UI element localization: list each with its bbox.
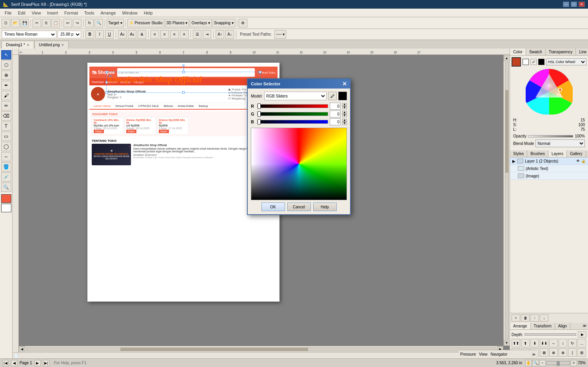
tool-fill[interactable]: 🪣 — [1, 162, 11, 172]
artistic-text-row[interactable]: (Artistic Text) — [510, 165, 588, 172]
claim-btn-1[interactable]: Klaim — [94, 130, 104, 133]
tab-color[interactable]: Color — [510, 49, 526, 55]
tool-paint[interactable]: ✏ — [1, 101, 11, 110]
image-row[interactable]: (Image) — [510, 172, 588, 180]
menu-arrange[interactable]: Arrange — [97, 10, 119, 16]
shop-tab-aktivasi[interactable]: Aktivasi — [161, 103, 175, 109]
tool-crop[interactable]: ⊕ — [1, 71, 11, 80]
rotate-cw-button[interactable]: ↻ — [568, 339, 577, 347]
send-backward-button[interactable]: ⬇ — [530, 339, 539, 347]
3d-planes-button[interactable]: 3D Planes ▾ — [165, 19, 189, 27]
tool-text[interactable]: T — [1, 121, 11, 131]
combine-button[interactable]: ⊕ — [549, 348, 558, 357]
claim-btn-2[interactable]: Klaim — [126, 130, 136, 133]
color-wheel[interactable] — [526, 68, 573, 115]
dialog-titlebar[interactable]: Color Selector ✕ — [248, 79, 350, 89]
crop-button[interactable]: ⊠ — [540, 348, 548, 357]
arrange-expand[interactable]: ≫ — [581, 323, 588, 329]
tool-frame[interactable]: ▭ — [1, 132, 11, 141]
indent-button[interactable]: ⇥ — [203, 30, 211, 39]
scroll-up[interactable]: ▲ — [504, 55, 510, 61]
tab-drawing1-close[interactable]: ✕ — [27, 43, 30, 47]
tool-connector[interactable]: ↔ — [1, 152, 11, 161]
tab-arrange[interactable]: Arrange — [510, 323, 531, 329]
next-page-button[interactable]: ▶ — [34, 360, 41, 366]
fill-color-swatch[interactable] — [1, 194, 11, 203]
tab-transform[interactable]: Transform — [531, 323, 555, 329]
undo-button[interactable]: ↩ — [64, 19, 72, 27]
tool-select[interactable]: ↖ — [1, 50, 11, 60]
b-slider-track[interactable] — [257, 120, 328, 124]
menu-insert[interactable]: Insert — [44, 10, 61, 16]
tab-gallery[interactable]: Gallery — [567, 150, 586, 157]
target-dropdown[interactable]: Target ▾ — [107, 19, 124, 27]
menu-edit[interactable]: Edit — [15, 10, 29, 16]
close-button[interactable]: ✕ — [579, 2, 585, 7]
tab-layers[interactable]: Layers — [548, 150, 567, 157]
layer-1-row[interactable]: ▶ Layer 1 (2 Objects) 👁 🔒 — [510, 157, 588, 165]
scroll-left[interactable]: ◀ — [19, 346, 25, 353]
shop-tab-backup[interactable]: Backup — [196, 103, 210, 109]
pressure-expand[interactable]: ≫ — [532, 353, 535, 356]
last-page-button[interactable]: ▶| — [43, 360, 49, 366]
r-value-input[interactable]: 0 — [330, 103, 341, 110]
shop-tab-sale[interactable]: 🏷PRICES SALE — [136, 103, 161, 109]
g-down[interactable]: ▼ — [342, 114, 347, 117]
handle-tr[interactable] — [259, 71, 261, 73]
claim-btn-3[interactable]: Klaim — [159, 130, 169, 133]
tab-swatch[interactable]: Swatch — [526, 49, 546, 55]
dialog-close-button[interactable]: ✕ — [342, 81, 347, 87]
pressure-studio-button[interactable]: ⚡ Pressure Studio — [127, 19, 164, 27]
underline-button[interactable]: U — [105, 30, 114, 39]
g-slider-thumb[interactable] — [258, 111, 261, 117]
rotate-button[interactable]: ↻ — [85, 19, 94, 27]
tool-brush[interactable]: 🖌 — [1, 91, 11, 100]
layer-1-vis[interactable]: 👁 — [576, 159, 580, 163]
font-size-up-button[interactable]: A↑ — [216, 30, 224, 39]
shop-tab-editan[interactable]: Aneka Editan — [175, 103, 196, 109]
handle-tl[interactable] — [105, 71, 108, 73]
r-slider-track[interactable] — [257, 104, 328, 108]
menu-file[interactable]: File — [2, 10, 15, 16]
model-dropdown[interactable]: RGB Sliders — [264, 92, 327, 100]
handle-bm[interactable] — [182, 91, 185, 94]
menu-window[interactable]: Window — [119, 10, 141, 16]
add-layer-button[interactable]: + — [512, 315, 520, 322]
tab-untitled[interactable]: Untitled.png ✕ — [34, 41, 69, 49]
handle-bl[interactable] — [105, 91, 108, 94]
zoom-tool[interactable]: 🔍 — [532, 360, 539, 366]
align-center-v-button[interactable]: | — [568, 348, 577, 357]
preset-path-select[interactable]: ── ▾ — [274, 30, 286, 39]
flip-h-button[interactable]: ↔ — [549, 339, 558, 347]
help-button[interactable]: Help — [313, 202, 337, 211]
g-slider-track[interactable] — [257, 112, 328, 116]
handle-tm[interactable] — [182, 71, 185, 73]
distribute-button[interactable]: ⊞ — [577, 348, 586, 357]
menu-view[interactable]: View — [29, 10, 44, 16]
maximize-button[interactable]: □ — [571, 2, 577, 7]
g-value-input[interactable]: 0 — [330, 110, 341, 118]
bring-forward-button[interactable]: ⬆ — [521, 339, 530, 347]
tab-untitled-close[interactable]: ✕ — [61, 43, 64, 47]
minimize-button[interactable]: − — [563, 2, 569, 7]
tab-drawing1[interactable]: Drawing1 * ✕ — [2, 41, 34, 49]
tool-zoom[interactable]: 🔍 — [1, 183, 11, 192]
blend-mode-select[interactable]: Normal — [535, 139, 585, 147]
tab-line[interactable]: Line — [576, 49, 588, 55]
cut-button[interactable]: ✂ — [33, 19, 41, 27]
b-value-input[interactable]: 0 — [330, 118, 341, 125]
italic-button[interactable]: I — [95, 30, 104, 39]
ok-button[interactable]: OK — [261, 202, 285, 211]
snapping-button[interactable]: Snapping ▾ — [212, 19, 235, 27]
strikethrough-button[interactable]: S̶ — [138, 30, 146, 39]
tab-transparency[interactable]: Transparency — [546, 49, 576, 55]
eyedropper-tool[interactable]: 🖉 — [530, 59, 537, 65]
superscript-button[interactable]: Ax — [118, 30, 127, 39]
zoom-slider[interactable] — [546, 361, 570, 365]
tool-eyedropper[interactable]: 💉 — [1, 172, 11, 182]
send-back-button[interactable]: ⬇⬇ — [540, 339, 548, 347]
tool-node[interactable]: ⬡ — [1, 60, 11, 70]
color-black-swatch[interactable] — [538, 59, 544, 65]
depth-value-btn[interactable]: ▶ — [578, 331, 586, 338]
font-size-down-button[interactable]: A↓ — [225, 30, 234, 39]
